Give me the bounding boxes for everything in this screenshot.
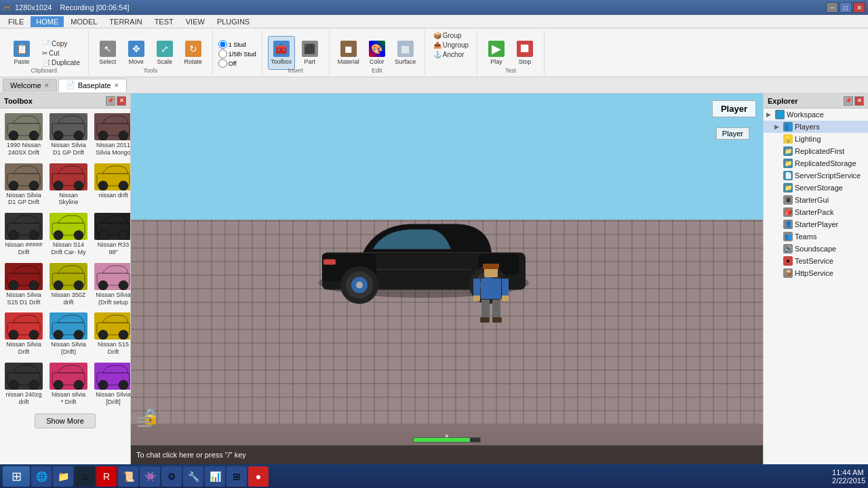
explorer-item-httpservice[interactable]: 📦 HttpService [764,267,868,279]
explorer-label: ReplicatedFirst [795,147,844,155]
play-button[interactable]: ▶ Play [483,36,510,70]
toolbox-button[interactable]: 🧰 Toolbox [268,36,295,70]
move-button[interactable]: ✥ Move [123,36,150,70]
toolbox-item[interactable]: Nissan R33 98" [92,211,130,258]
ungroup-button[interactable]: 📤 Ungroup [431,41,471,49]
toolbox-item[interactable]: Nissan Silvia (Drift setup [92,261,130,308]
stud-fifth-label[interactable]: 1/5th Stud [218,49,256,58]
taskbar-app2-icon[interactable]: ● [248,466,269,487]
explorer-item-startergui[interactable]: 🖥 StarterGui [764,194,868,206]
material-button[interactable]: ◼ Material [335,36,362,70]
menu-home[interactable]: HOME [31,16,64,27]
explorer-item-serverstorage[interactable]: 📁 ServerStorage [764,182,868,194]
explorer-item-soundscape[interactable]: 🔊 Soundscape [764,243,868,255]
menu-terrain[interactable]: TERRAIN [104,16,147,27]
material-label: Material [338,58,359,65]
group-button[interactable]: 📦 Group [431,31,471,40]
maximize-button[interactable]: □ [840,2,852,13]
menu-line-2 [138,421,151,423]
toolbox-item[interactable]: Nissan S14 Drift Car- My [47,211,90,258]
hamburger-menu-icon[interactable] [138,417,151,427]
toolbox-close-button[interactable]: ✕ [117,96,126,106]
toolbox-pin-button[interactable]: 📌 [106,96,115,106]
color-label: Color [370,58,384,65]
explorer-toggle[interactable]: ▶ [766,111,773,118]
taskbar-explorer-icon[interactable]: 📁 [53,466,73,487]
taskbar-docs-icon[interactable]: 📜 [118,466,138,487]
toolbox-item[interactable]: Nissan Silvia (Drift) [47,310,90,358]
paste-button[interactable]: 📋 Paste [5,36,38,70]
taskbar-steam-icon[interactable]: ♨ [75,466,95,487]
explorer-item-replicatedfirst[interactable]: 📁 ReplicatedFirst [764,145,868,157]
taskbar-chart-icon[interactable]: 📊 [205,466,225,487]
cut-button[interactable]: ✂ Cut [39,49,83,58]
toolbox-item[interactable]: Nissan S15 Drift [92,310,130,358]
toolbox-item[interactable]: 1990 Nissan 240SX Drift [3,111,45,159]
stud-1-label[interactable]: 1 Stud [218,40,256,49]
toolbox-item[interactable]: Nissan ##### Drift [3,211,45,258]
explorer-item-starterpack[interactable]: 🎒 StarterPack [764,206,868,218]
start-button[interactable]: ⊞ [3,466,30,487]
taskbar-settings-icon[interactable]: ⚙ [161,466,182,487]
titlebar-recording: Recording [00:06:54] [60,3,129,12]
menu-test[interactable]: TEST [149,16,179,27]
color-button[interactable]: 🎨 Color [363,36,391,70]
taskbar-game-icon[interactable]: 👾 [140,466,160,487]
explorer-item-lighting[interactable]: 💡 Lighting [764,133,868,145]
toolbox-item[interactable]: Nissan Silvia [Drift] [92,361,130,408]
tab-baseplate[interactable]: 📄 Baseplate ✕ [58,79,127,92]
explorer-pin-button[interactable]: 📌 [844,96,853,106]
tab-welcome-close[interactable]: ✕ [44,82,50,89]
toolbox-item[interactable]: Nissan Silvia Drift [3,310,45,358]
toolbox-item[interactable]: Nissan Silvia D1 GP Drift [47,111,90,159]
explorer-item-replicatedstorage[interactable]: 📁 ReplicatedStorage [764,157,868,169]
toolbox-panel: Toolbox 📌 ✕ 1990 Nissan 240SX Drift [0,94,131,464]
toolbox-item[interactable]: Nissan 2011 Silvia Mongo [92,111,130,159]
explorer-item-testservice[interactable]: ● TestService [764,255,868,267]
svg-point-2 [29,131,39,140]
surface-button[interactable]: ▦ Surface [392,36,419,70]
menu-model[interactable]: MODEL [65,16,102,27]
tab-welcome[interactable]: Welcome ✕ [3,79,57,92]
rotate-button[interactable]: ↻ Rotate [180,36,207,70]
toolbox-item[interactable]: Nissan Silvia S15 D1 Drift [3,261,45,308]
toolbox-item[interactable]: Nissan silvia * Drift [47,361,90,408]
taskbar-roblox-icon[interactable]: R [96,466,117,487]
viewport[interactable]: Player Player 🔒 ▲ To chat click here or [131,94,763,464]
toolbox-item[interactable]: Nissan Silvia D1 GP Drift [3,161,45,209]
stud-off-radio[interactable] [218,59,227,68]
chat-bar[interactable]: To chat click here or press "/" key [131,445,763,464]
explorer-item-players[interactable]: ▶ 👥 Players [764,121,868,133]
explorer-item-workspace[interactable]: ▶ 🌐 Workspace [764,108,868,121]
explorer-item-serverscriptservice[interactable]: 📄 ServerScriptService [764,169,868,182]
close-button[interactable]: ✕ [853,2,865,13]
anchor-button[interactable]: ⚓ Anchor [431,50,471,59]
toolbox-item[interactable]: Nissan 350Z drift [47,261,90,308]
toolbox-item[interactable]: nissan drift [92,161,130,209]
part-button[interactable]: ⬛ Part [296,36,323,70]
explorer-item-starterplayer[interactable]: 👤 StarterPlayer [764,218,868,230]
copy-button[interactable]: 📄 Copy [39,39,83,48]
menu-plugins[interactable]: PLUGINS [212,16,255,27]
menu-view[interactable]: VIEW [180,16,210,27]
taskbar-ie-icon[interactable]: 🌐 [31,466,52,487]
explorer-toggle[interactable]: ▶ [774,123,781,130]
scale-button[interactable]: ⤢ Scale [151,36,178,70]
explorer-item-teams[interactable]: 👥 Teams [764,230,868,243]
stud-fifth-radio[interactable] [218,49,227,58]
stud-off-label[interactable]: Off [218,59,256,68]
surface-label: Surface [395,58,416,65]
duplicate-button[interactable]: 📑 Duplicate [39,58,83,67]
stop-button[interactable]: ⏹ Stop [511,36,538,70]
toolbox-item[interactable]: Nissan Skyline [47,161,90,209]
stud-1-radio[interactable] [218,40,227,49]
explorer-close-button[interactable]: ✕ [854,96,864,106]
taskbar-tool-icon[interactable]: 🔧 [183,466,203,487]
toolbox-item[interactable]: nissan 240zg drift [3,361,45,408]
select-button[interactable]: ↖ Select [94,36,121,70]
minimize-button[interactable]: ─ [826,2,838,13]
menu-file[interactable]: FILE [3,16,29,27]
tab-baseplate-close[interactable]: ✕ [114,82,119,89]
taskbar-grid-icon[interactable]: ⊞ [226,466,247,487]
show-more-button[interactable]: Show More [35,413,96,428]
